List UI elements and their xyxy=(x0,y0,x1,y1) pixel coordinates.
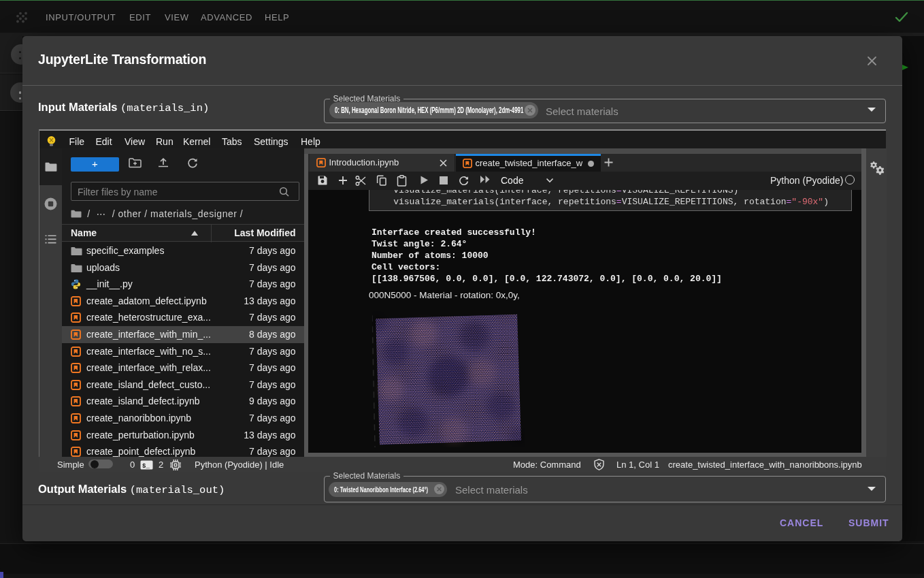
svg-text:$_: $_ xyxy=(142,462,150,469)
